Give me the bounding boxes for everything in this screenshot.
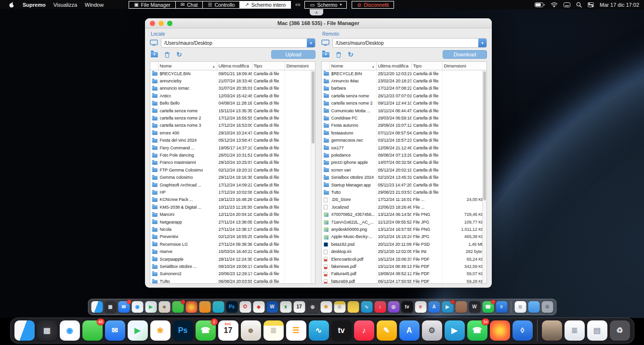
remote-dock-icon-photos[interactable]: ❀ [320,301,332,313]
dock-icon-photoshop[interactable]: Ps [173,320,193,341]
file-row[interactable]: Startup Manager.app 05/11/23 14:47:20 Ca… [322,182,486,189]
dock-icon-telegram[interactable]: ▶ [445,320,465,341]
window-titlebar[interactable]: Mac (386 168 535) - File Manager [145,18,492,28]
file-row[interactable]: riserve 15/03/24 16:40:22 Cartella di fi… [150,248,315,255]
dock-icon-whatsapp[interactable]: ☎ 34 [467,320,487,341]
dock-icon-tv[interactable]: tv [331,320,352,341]
local-path-select[interactable]: /Users/mauro/Desktop ▼ [161,38,315,48]
remote-dock-icon-contacts[interactable]: ☻ [158,301,170,313]
remote-dock-icon-safari[interactable]: ◉ [131,301,143,313]
column-header-modifica[interactable]: Ultima modifica [376,62,411,70]
battery-icon[interactable] [535,2,545,7]
remote-dock-icon-teal-app[interactable] [212,301,224,313]
menu-window[interactable]: Window [81,2,107,8]
chevron-down-icon[interactable]: ▼ [307,39,315,47]
file-row[interactable]: KCNcrew Pack ... 19/11/23 16:48:28 Carte… [150,196,315,203]
toolbar-collapse-tab[interactable]: ∧ [310,9,323,15]
new-folder-button[interactable]: + [322,52,329,57]
keyboard-icon[interactable] [564,2,570,7]
remote-dock-icon-drop-app[interactable]: ◊ [496,301,507,313]
dock-icon-drop-app[interactable]: ◊ [513,320,533,341]
file-row[interactable]: 71anAGs622L._AC_... 11/12/24 09:55:52 Fi… [322,219,486,226]
refresh-button[interactable]: ↻ [176,51,182,58]
file-row[interactable]: Festa autunno 29/09/24 15:07:12 Cartella… [322,122,486,129]
file-row[interactable]: cartella senza nome 2 09/12/24 12:44:10 … [322,100,486,107]
file-row[interactable]: TUlto 06/08/24 20:03:55 Cartella di file [150,278,315,284]
wifi-icon[interactable] [551,2,558,7]
remote-dock-icon-calendar[interactable]: 17 [293,301,305,313]
remote-dock-icon-maps[interactable]: ▶ [145,301,157,313]
file-row[interactable]: Franco mastroianni 29/10/24 10:25:07 Car… [150,159,315,166]
remote-dock-icon-word[interactable]: W [266,301,278,313]
file-row[interactable]: Coreldraw PC 29/03/24 06:59:16 Cartella … [322,115,486,122]
dock-icon-finder[interactable] [14,320,35,341]
remote-dock-icon-finder[interactable] [91,301,103,313]
remote-dock-icon-music[interactable]: ♪ [374,301,386,313]
refresh-button[interactable]: ↻ [348,51,354,58]
file-row[interactable]: desktop.ini 25/12/20 12:02:05 File INI 2… [322,248,486,255]
file-row[interactable]: Apple-Music-Becky-... 10/12/24 16:15:24 … [322,233,486,240]
file-row[interactable]: .localized 22/06/23 18:26:46 File ... [322,204,486,211]
remote-dock-icon-launchpad[interactable]: ▦ [105,301,116,313]
remote-dock-icon-notes[interactable]: ≣ [334,301,345,313]
file-row[interactable]: Bello Bello 04/08/24 11:28:16 Cartella d… [150,100,315,107]
remote-dock-icon-opera[interactable]: O [239,301,251,313]
toolbar-segment-schermo-intero[interactable]: ↗ Schermo intero [240,1,290,8]
file-row[interactable]: $RECYCLE.BIN 09/01/21 18:09:46 Cartella … [150,70,315,78]
remote-dock-icon-ebay[interactable]: e [415,301,426,313]
remote-dock-icon-orange-app[interactable] [199,301,210,313]
file-row[interactable]: Serialbox ottobre 2024 02/10/24 13:45:31… [322,174,486,181]
column-header-tipo[interactable]: Tipo [411,62,442,70]
dock-icon-app-store[interactable]: A [399,320,420,341]
file-row[interactable]: ios177 12/09/24 21:12:46 Cartella di fil… [322,145,486,152]
file-row[interactable]: HP 17/12/24 10:02:08 Cartella di file [150,189,315,196]
dock-icon-documents[interactable]: ▤ [587,320,607,341]
disconnect-button[interactable]: ⊘ Disconnetti [352,1,394,9]
file-row[interactable]: Mancini 12/11/24 20:04:10 Cartella di fi… [150,211,315,218]
dock-icon-downloads-stack[interactable]: ≣ [565,320,585,341]
toolbar-segment-chat[interactable]: ✉ Chat [176,1,203,8]
file-row[interactable]: Anticc 12/03/24 15:42:48 Cartella di fil… [150,93,315,100]
zoom-button[interactable] [167,21,172,26]
menu-supremo[interactable]: Supremo [19,2,50,8]
delete-button[interactable] [336,52,342,58]
remote-scrollbar[interactable] [482,70,486,283]
column-header-dimensioni[interactable]: Dimensioni [285,62,315,70]
dock-icon-pencil-app[interactable]: ✎ [377,320,397,341]
file-row[interactable]: .DS_Store 17/12/24 11:16:01 File ... 24,… [322,196,486,203]
file-row[interactable]: SerialBox ottobre ... 08/10/24 19:06:17 … [150,263,315,270]
dock-icon-trash[interactable]: ♻ [610,320,630,341]
remote-dock-icon-tv[interactable]: tv [401,301,413,313]
file-row[interactable]: Netgearapp 27/11/24 13:38:05 Cartella di… [150,219,315,226]
file-row[interactable]: errore 400 29/10/24 10:24:47 Cartella di… [150,130,315,137]
remote-dock-icon-document[interactable]: ≣ [514,301,526,313]
remote-dock-icon-wave-app[interactable]: ∿ [361,301,372,313]
dock-icon-launchpad[interactable]: ▦ [37,320,57,341]
file-row[interactable]: Recemsioe LG 27/11/24 09:39:36 Cartella … [150,241,315,248]
dock-icon-safari[interactable]: ◉ [60,320,80,341]
dock-icon-mail[interactable]: ✉ [105,320,125,341]
control-center-icon[interactable] [588,2,594,7]
screen-select-button[interactable]: ▭ Schermo ▾ [304,1,347,9]
file-row[interactable]: Graphisoft Archicad ... 17/12/24 14:09:2… [150,182,315,189]
toolbar-segment-controllo[interactable]: ☰ Controllo [203,1,240,8]
dock-icon-settings[interactable]: ⚙ [422,320,442,341]
remote-dock-icon-downloads-folder[interactable] [528,301,539,313]
dock-icon-messages[interactable]: 46 [82,320,103,341]
upload-button[interactable]: Upload [271,50,315,59]
remote-dock-icon-podcasts[interactable]: ◎ [388,301,399,313]
file-row[interactable]: Elencoarticoli.pdf 16/12/24 15:06:37 Fil… [322,256,486,263]
file-row[interactable]: Annuncio iMac 23/02/24 20:18:23 Cartella… [322,78,486,85]
column-header-nome[interactable]: Nome▲ [158,62,217,70]
file-row[interactable]: cartella senza nome 26/12/23 07:07:01 Ca… [322,93,486,100]
dock-icon-facetime[interactable]: ☎ 2 [196,320,216,341]
file-row[interactable]: scrren vari 05/12/24 20:02:19 Cartella d… [322,167,486,174]
scrollbar-thumb[interactable] [312,71,315,144]
new-folder-button[interactable]: + [151,52,158,57]
file-row[interactable]: annuncio iomac 31/07/24 20:35:01 Cartell… [150,85,315,92]
column-header-tipo[interactable]: Tipo [252,62,285,70]
dock-icon-photo-thumbnail[interactable] [542,320,562,341]
file-row[interactable]: FTP Gemma Colosimo 02/12/24 19:20:19 Car… [150,167,315,174]
column-header-dimensioni[interactable]: Dimensioni [442,62,486,70]
remote-dock-icon-excel[interactable]: x [280,301,291,313]
